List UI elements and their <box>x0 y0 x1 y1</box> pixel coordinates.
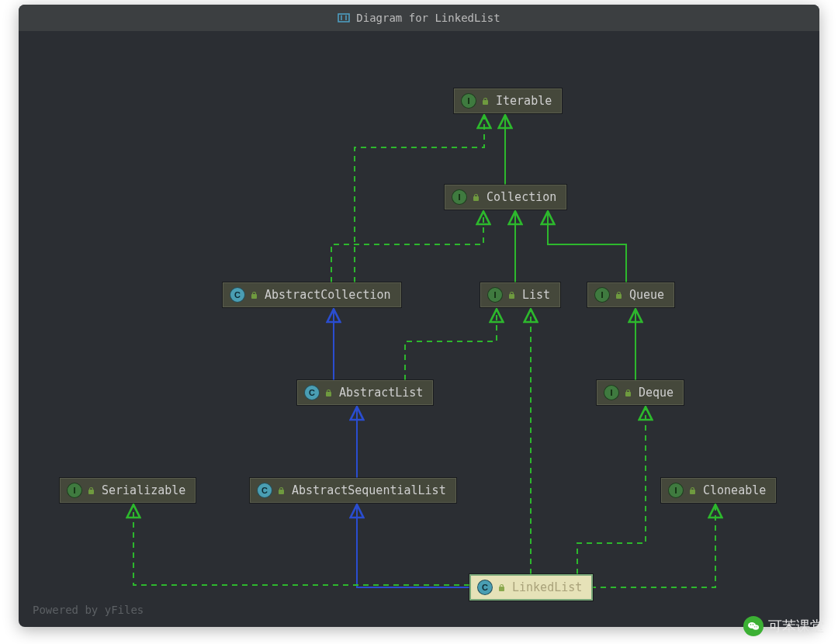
watermark: 可苯课堂 <box>743 616 824 636</box>
svg-point-6 <box>757 626 757 627</box>
class-badge-icon: C <box>230 287 245 303</box>
lock-icon <box>250 291 258 299</box>
node-Serializable[interactable]: ISerializable <box>60 478 196 503</box>
node-Queue[interactable]: IQueue <box>587 282 674 307</box>
node-AbstractSequentialList[interactable]: CAbstractSequentialList <box>250 478 456 503</box>
lock-icon <box>87 486 95 495</box>
node-label: Queue <box>629 288 664 302</box>
lock-icon <box>324 389 333 397</box>
class-badge-icon: C <box>477 580 493 595</box>
edge-AbstractCollection-to-Collection <box>331 213 483 282</box>
edges-layer <box>19 31 819 627</box>
node-Collection[interactable]: ICollection <box>445 185 566 209</box>
class-badge-icon: C <box>257 483 272 498</box>
interface-badge-icon: I <box>604 385 619 400</box>
lock-icon <box>497 583 506 592</box>
watermark-text: 可苯课堂 <box>768 617 824 635</box>
node-label: List <box>522 288 550 302</box>
interface-badge-icon: I <box>594 287 610 303</box>
diagram-icon <box>338 12 350 24</box>
interface-badge-icon: I <box>461 93 476 109</box>
node-List[interactable]: IList <box>480 282 560 307</box>
edge-LinkedList-to-Serializable <box>133 506 469 585</box>
lock-icon <box>688 486 697 495</box>
svg-point-4 <box>753 624 754 625</box>
interface-badge-icon: I <box>452 189 467 205</box>
diagram-canvas[interactable]: IIterableICollectionCAbstractCollectionI… <box>19 31 819 627</box>
node-label: LinkedList <box>512 580 582 594</box>
node-AbstractList[interactable]: CAbstractList <box>297 380 433 405</box>
lock-icon <box>624 389 632 397</box>
edge-AbstractList-to-List <box>405 310 497 380</box>
node-label: AbstractCollection <box>265 288 391 302</box>
node-label: Cloneable <box>703 483 766 497</box>
interface-badge-icon: I <box>668 483 684 498</box>
credit-text: Powered by yFiles <box>33 604 144 616</box>
window-title: Diagram for LinkedList <box>356 12 500 24</box>
node-LinkedList[interactable]: CLinkedList <box>469 574 593 601</box>
edge-LinkedList-to-Deque <box>577 408 646 574</box>
interface-badge-icon: I <box>67 483 82 498</box>
diagram-window: Diagram for LinkedList IIterableICollect… <box>19 5 819 627</box>
edge-LinkedList-to-Cloneable <box>590 506 715 587</box>
node-Deque[interactable]: IDeque <box>597 380 684 405</box>
node-AbstractCollection[interactable]: CAbstractCollection <box>223 282 401 307</box>
node-label: AbstractSequentialList <box>292 483 446 497</box>
node-label: Iterable <box>496 94 552 108</box>
svg-point-3 <box>750 624 752 625</box>
interface-badge-icon: I <box>487 287 503 303</box>
svg-rect-0 <box>338 14 349 22</box>
node-label: AbstractList <box>339 386 423 400</box>
node-Cloneable[interactable]: ICloneable <box>661 478 776 503</box>
lock-icon <box>615 291 623 299</box>
node-Iterable[interactable]: IIterable <box>454 88 562 113</box>
lock-icon <box>472 193 480 202</box>
class-badge-icon: C <box>304 385 320 400</box>
svg-point-5 <box>754 626 755 627</box>
edge-LinkedList-to-AbstractSequentialList <box>357 506 484 587</box>
title-bar: Diagram for LinkedList <box>19 5 819 31</box>
wechat-icon <box>743 616 764 636</box>
svg-point-2 <box>753 625 759 629</box>
lock-icon <box>507 291 516 299</box>
lock-icon <box>481 97 490 106</box>
node-label: Deque <box>639 386 674 400</box>
node-label: Serializable <box>102 483 185 497</box>
lock-icon <box>277 486 286 495</box>
node-label: Collection <box>487 190 556 204</box>
edge-Queue-to-Collection <box>548 213 626 282</box>
